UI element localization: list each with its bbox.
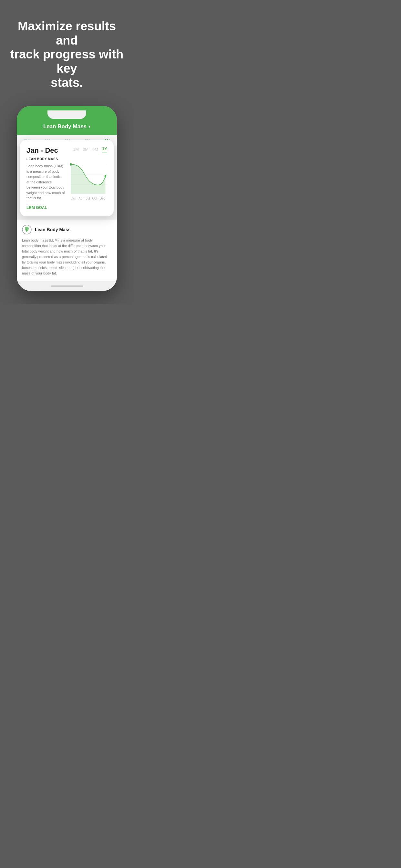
card-tab-3m[interactable]: 3M (83, 147, 89, 152)
phone-bottom-bar (17, 281, 117, 291)
card-lbm-goal: LBM GOAL (27, 206, 65, 210)
card-body: LEAN BODY MASS Lean body mass (LBM) is a… (27, 157, 107, 210)
card-date-range: Jan - Dec (27, 146, 58, 155)
phone-header-title: Lean Body Mass (43, 123, 87, 130)
chevron-down-icon: ▾ (89, 124, 90, 129)
x-label-dec: Dec (99, 197, 105, 200)
phone-header: Lean Body Mass ▾ (17, 119, 117, 135)
x-label-jan: Jan (71, 197, 76, 200)
svg-point-3 (70, 163, 72, 166)
card-right: Jan Apr Jul Oct Dec (69, 157, 107, 210)
phone-notch (48, 111, 86, 119)
card-header-row: Jan - Dec 1M 3M 6M 1Y (27, 146, 107, 155)
home-indicator (51, 285, 83, 287)
overlay-card: Jan - Dec 1M 3M 6M 1Y LEAN BODY MASS Lea… (20, 140, 114, 216)
phone-bottom-section: Lean Body Mass Lean body mass (LBM) is a… (17, 220, 117, 281)
lean-body-mass-chart (69, 159, 107, 194)
headline-line3: stats. (51, 76, 83, 89)
card-tab-6m[interactable]: 6M (92, 147, 98, 152)
info-description: Lean body mass (LBM) is a measure of bod… (22, 238, 112, 276)
x-label-jul: Jul (86, 197, 90, 200)
x-label-oct: Oct (92, 197, 97, 200)
headline-line2: track progress with key (10, 48, 124, 75)
card-tab-1m[interactable]: 1M (73, 147, 79, 152)
card-tab-1y[interactable]: 1Y (102, 146, 107, 152)
card-section-label: LEAN BODY MASS (27, 157, 65, 161)
phone-mockup: Lean Body Mass ▾ 2W 1M 3M 6M 1Y Jan - De… (17, 106, 117, 291)
chart-container: Jan Apr Jul Oct Dec (69, 159, 107, 200)
info-title: Lean Body Mass (35, 227, 70, 232)
lean-body-mass-icon (22, 225, 32, 235)
chart-x-labels: Jan Apr Jul Oct Dec (69, 195, 107, 200)
svg-point-4 (104, 175, 106, 178)
headline-line1: Maximize results and (18, 20, 116, 47)
x-label-apr: Apr (79, 197, 84, 200)
card-description: Lean body mass (LBM) is a measure of bod… (27, 163, 65, 201)
phone-notch-area (17, 106, 117, 119)
card-left: LEAN BODY MASS Lean body mass (LBM) is a… (27, 157, 65, 210)
card-time-tabs: 1M 3M 6M 1Y (73, 146, 107, 152)
info-row: Lean Body Mass (22, 225, 112, 235)
headline: Maximize results and track progress with… (6, 20, 127, 90)
